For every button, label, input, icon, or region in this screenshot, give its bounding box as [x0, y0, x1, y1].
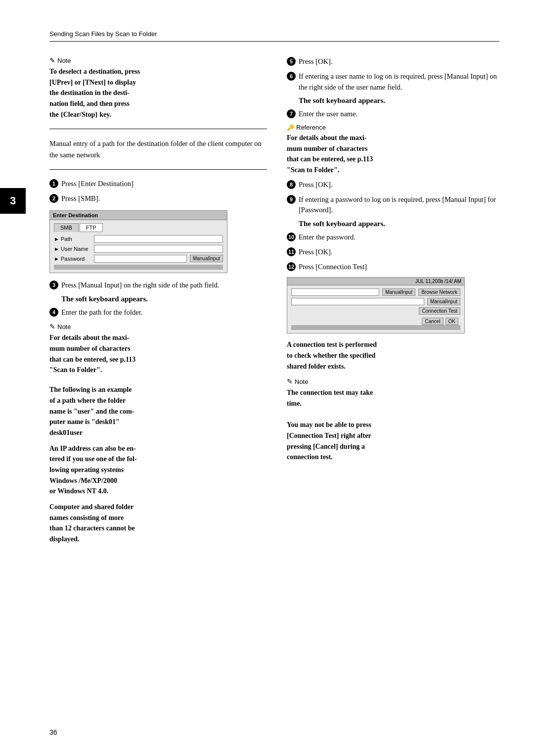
- dialog2-manual-btn-2[interactable]: ManualInput: [427, 298, 460, 305]
- dialog2-conn-test-row: Connection Test: [291, 307, 460, 315]
- header-text: Sending Scan Files by Scan to Folder: [49, 30, 157, 38]
- step-12-circle: 12: [287, 262, 296, 271]
- dialog2-ok-btn[interactable]: OK: [445, 318, 458, 325]
- conn-test-text: A connection test is performed to check …: [287, 339, 499, 372]
- step-4-text: Enter the path for the folder.: [61, 307, 142, 318]
- soft-keyboard-note-2: The soft keyboard appears.: [299, 96, 499, 105]
- note-text-5: Computer and shared folder names consist…: [49, 502, 267, 545]
- note-block-1: Note To deselect a destination, press [U…: [49, 56, 267, 120]
- dialog2-cancel-btn[interactable]: Cancel: [422, 318, 443, 325]
- dialog-field-password: ► Password ManualInput: [54, 255, 223, 263]
- dialog-path-label: ► Path: [54, 236, 91, 242]
- step-1-circle: 1: [49, 179, 58, 188]
- note-text-3: The following is an example of a path wh…: [49, 384, 267, 438]
- content-columns: Note To deselect a destination, press [U…: [49, 56, 499, 545]
- step-8-circle: 8: [287, 180, 296, 189]
- note-block-final: Note The connection test may take time. …: [287, 378, 499, 463]
- ref-text: For details about the maxi- mum number o…: [287, 133, 499, 176]
- dialog2-time: JUL 11,200b /14/ AM: [415, 279, 461, 284]
- divider-2: [49, 169, 267, 170]
- step-8-text: Press [OK].: [299, 180, 332, 190]
- soft-keyboard-text-2: The soft keyboard appears.: [299, 96, 385, 104]
- step-4: 4 Enter the path for the folder.: [49, 307, 267, 318]
- chapter-number: 3: [0, 188, 26, 214]
- note-text-1: To deselect a destination, press [UPrev]…: [49, 66, 267, 120]
- note-block-2: Note For details about the maxi- mum num…: [49, 323, 267, 376]
- step-9: 9 If entering a password to log on is re…: [287, 194, 499, 216]
- step-9-text: If entering a password to log on is requ…: [299, 194, 499, 216]
- dialog2-input-2: [291, 298, 424, 305]
- dialog-connection-test: JUL 11,200b /14/ AM ManualInput Browse N…: [287, 277, 465, 333]
- step-11-circle: 11: [287, 247, 296, 256]
- step-5: 5 Press [OK].: [287, 56, 499, 67]
- dialog-field-username: ► User Name: [54, 245, 223, 253]
- divider-1: [49, 129, 267, 129]
- step-1-text: Press [Enter Destination]: [61, 179, 134, 189]
- dialog-username-input[interactable]: [94, 245, 223, 253]
- step-2-circle: 2: [49, 194, 58, 203]
- step-10-text: Enter the password.: [299, 232, 356, 243]
- step-3: 3 Press [Manual Input] on the right side…: [49, 280, 267, 291]
- dialog2-manual-btn-1[interactable]: ManualInput: [382, 288, 415, 296]
- soft-keyboard-text-1: The soft keyboard appears.: [61, 295, 148, 303]
- dialog2-row-2: ManualInput: [291, 298, 460, 305]
- step-7-text: Enter the user name.: [299, 109, 357, 120]
- left-column: Note To deselect a destination, press [U…: [49, 56, 267, 545]
- note-label-2: Note: [49, 323, 267, 331]
- page-header: Sending Scan Files by Scan to Folder: [49, 30, 499, 42]
- dialog-field-path: ► Path: [54, 235, 223, 243]
- dialog-enter-destination: Enter Destination SMB FTP ► Path ► User …: [49, 210, 227, 273]
- step-11-text: Press [OK].: [299, 247, 332, 258]
- step-3-text: Press [Manual Input] on the right side o…: [61, 280, 219, 291]
- step-1: 1 Press [Enter Destination]: [49, 179, 267, 189]
- intro-text: Manual entry of a path for the destinati…: [49, 138, 267, 160]
- step-4-circle: 4: [49, 308, 58, 317]
- dialog-tabs: SMB FTP: [54, 223, 223, 232]
- ref-label: Reference: [287, 124, 499, 131]
- step-6: 6 If entering a user name to log on is r…: [287, 71, 499, 93]
- dialog-password-input[interactable]: [94, 255, 187, 263]
- dialog2-browse-btn[interactable]: Browse Network: [418, 288, 460, 296]
- right-column: 5 Press [OK]. 6 If entering a user name …: [287, 56, 499, 545]
- dialog-password-label: ► Password: [54, 256, 91, 262]
- reference-block: Reference For details about the maxi- mu…: [287, 124, 499, 176]
- step-9-circle: 9: [287, 195, 296, 204]
- dialog-body: SMB FTP ► Path ► User Name ► Password: [50, 220, 227, 273]
- dialog2-input-1: [291, 288, 379, 296]
- step-12-text: Press [Connection Test]: [299, 262, 367, 273]
- soft-keyboard-text-3: The soft keyboard appears.: [299, 220, 385, 228]
- dialog2-footer: [291, 325, 460, 330]
- step-10: 10 Enter the password.: [287, 232, 499, 243]
- pencil-icon-1: [49, 56, 55, 64]
- step-12: 12 Press [Connection Test]: [287, 262, 499, 273]
- note-final-text: The connection test may take time. You m…: [287, 387, 499, 463]
- note-text-2: For details about the maxi- mum number o…: [49, 332, 267, 376]
- key-icon: [287, 124, 294, 131]
- pencil-icon-final: [287, 378, 293, 385]
- dialog-tab-ftp[interactable]: FTP: [80, 223, 103, 232]
- dialog2-action-row: Cancel OK: [291, 318, 460, 325]
- dialog-footer-bar: [54, 265, 223, 270]
- dialog2-header: JUL 11,200b /14/ AM: [287, 278, 464, 285]
- dialog-username-label: ► User Name: [54, 246, 91, 252]
- dialog2-body: ManualInput Browse Network ManualInput C…: [287, 285, 464, 333]
- step-6-text: If entering a user name to log on is req…: [299, 71, 499, 93]
- dialog2-conn-test-btn[interactable]: Connection Test: [419, 307, 460, 315]
- note-label-1: Note: [49, 56, 267, 64]
- soft-keyboard-note-1: The soft keyboard appears.: [61, 295, 267, 303]
- dialog2-row-1: ManualInput Browse Network: [291, 288, 460, 296]
- dialog-tab-smb[interactable]: SMB: [54, 223, 79, 232]
- step-5-circle: 5: [287, 57, 296, 66]
- dialog-manual-input-btn[interactable]: ManualInput: [190, 255, 223, 262]
- step-3-circle: 3: [49, 281, 58, 289]
- step-2-text: Press [SMB].: [61, 193, 100, 204]
- soft-keyboard-note-3: The soft keyboard appears.: [299, 220, 499, 228]
- dialog-path-input[interactable]: [94, 235, 223, 243]
- step-11: 11 Press [OK].: [287, 247, 499, 258]
- step-7-circle: 7: [287, 109, 296, 118]
- step-5-text: Press [OK].: [299, 56, 332, 67]
- dialog-title: Enter Destination: [50, 211, 227, 220]
- note-label-final: Note: [287, 378, 499, 385]
- page-number: 36: [49, 728, 57, 736]
- step-8: 8 Press [OK].: [287, 180, 499, 190]
